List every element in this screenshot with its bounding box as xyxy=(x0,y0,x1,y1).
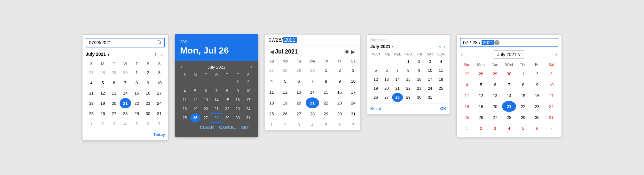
w4-day-cell[interactable]: 25 xyxy=(436,84,446,93)
w3-day-cell[interactable]: 8 xyxy=(319,76,333,87)
w2-day-cell[interactable]: 8 xyxy=(222,87,232,96)
w3-day-cell[interactable]: 12 xyxy=(279,87,292,97)
w5-day-cell[interactable]: 27 xyxy=(460,68,474,79)
widget2-clear-button[interactable]: CLEAR xyxy=(200,125,214,130)
w3-day-cell[interactable]: 3 xyxy=(292,119,306,130)
w1-day-cell[interactable]: 12 xyxy=(97,88,108,98)
w5-day-cell[interactable]: 29 xyxy=(516,112,530,123)
w3-day-cell[interactable]: 26 xyxy=(279,108,292,119)
w5-day-cell[interactable]: 11 xyxy=(460,90,474,101)
w1-day-cell[interactable]: 27 xyxy=(108,108,120,119)
w5-day-cell[interactable]: 31 xyxy=(544,112,558,123)
w5-day-cell[interactable]: 1 xyxy=(516,68,530,79)
w1-day-cell[interactable]: 6 xyxy=(142,119,153,129)
widget4-next-button[interactable]: › xyxy=(442,44,446,49)
w4-day-cell[interactable]: 31 xyxy=(425,93,436,102)
widget5-date-input[interactable]: 07 / 28 / 2021 ✕ xyxy=(460,38,558,47)
widget1-date-input[interactable]: 07/28/2021 🗓 xyxy=(86,38,165,47)
w5-day-cell[interactable]: 16 xyxy=(530,90,544,101)
w5-day-cell[interactable]: 29 xyxy=(488,68,502,79)
w1-day-cell[interactable]: 4 xyxy=(120,119,131,129)
w1-day-cell[interactable]: 25 xyxy=(86,108,97,119)
w4-day-cell[interactable]: 6 xyxy=(381,66,392,75)
w4-day-cell[interactable]: 7 xyxy=(392,66,403,75)
w3-day-cell[interactable]: 11 xyxy=(265,87,279,97)
w1-day-cell[interactable]: 2 xyxy=(97,119,108,129)
w3-day-cell[interactable]: 29 xyxy=(319,108,333,119)
w3-day-cell[interactable]: 24 xyxy=(346,97,360,108)
w3-day-cell[interactable]: 7 xyxy=(306,76,319,87)
widget4-reset-button[interactable]: Reset xyxy=(370,106,381,111)
w1-day-cell[interactable]: 15 xyxy=(131,88,142,98)
w5-day-cell[interactable]: 17 xyxy=(544,90,558,101)
w2-day-cell[interactable]: 27 xyxy=(200,113,211,122)
w4-day-cell[interactable]: 8 xyxy=(403,66,414,75)
w3-day-cell[interactable]: 30 xyxy=(333,108,347,119)
w3-day-cell[interactable]: 2 xyxy=(279,119,292,130)
w2-day-cell[interactable]: 7 xyxy=(211,87,222,96)
widget1-today-button[interactable]: Today xyxy=(153,132,165,137)
w1-day-cell[interactable]: 31 xyxy=(154,108,165,119)
w3-day-cell[interactable]: 15 xyxy=(319,87,333,97)
w5-day-cell[interactable]: 19 xyxy=(474,101,488,112)
w1-day-cell[interactable]: 5 xyxy=(131,119,142,129)
widget1-next-month-button[interactable]: ↓ xyxy=(159,51,165,58)
w5-day-cell[interactable]: 15 xyxy=(516,90,530,101)
w4-day-cell[interactable]: 18 xyxy=(436,75,446,84)
w2-day-cell[interactable]: 22 xyxy=(222,104,232,113)
w3-day-cell[interactable]: 29 xyxy=(292,65,306,76)
w3-day-cell[interactable]: 6 xyxy=(333,119,347,130)
w4-day-cell[interactable]: 9 xyxy=(414,66,425,75)
w3-day-cell[interactable]: 5 xyxy=(279,76,292,87)
w1-day-cell[interactable]: 1 xyxy=(131,67,142,78)
w1-day-cell[interactable]: 20 xyxy=(108,98,120,108)
w3-day-cell[interactable]: 21 xyxy=(306,97,319,108)
w2-day-cell[interactable]: 29 xyxy=(222,113,232,122)
w3-day-cell[interactable]: 4 xyxy=(265,76,279,87)
w5-day-cell[interactable]: 25 xyxy=(460,112,474,123)
w1-day-cell[interactable]: 27 xyxy=(86,67,97,78)
w1-day-cell[interactable]: 8 xyxy=(131,78,142,88)
w1-day-cell[interactable]: 7 xyxy=(120,78,131,88)
w5-day-cell[interactable]: 30 xyxy=(530,112,544,123)
w3-day-cell[interactable]: 2 xyxy=(333,65,347,76)
w4-day-cell[interactable]: 5 xyxy=(370,66,381,75)
w3-day-cell[interactable]: 28 xyxy=(279,65,292,76)
w2-day-cell[interactable]: 14 xyxy=(211,96,222,104)
w4-day-cell[interactable]: 19 xyxy=(370,84,381,93)
w2-day-cell[interactable]: 25 xyxy=(179,113,190,122)
w2-day-cell[interactable]: 3 xyxy=(243,78,254,87)
w3-day-cell[interactable]: 27 xyxy=(292,108,306,119)
w4-day-cell[interactable]: 16 xyxy=(414,75,425,84)
w2-day-cell[interactable]: 19 xyxy=(190,104,200,113)
w1-day-cell[interactable]: 3 xyxy=(154,67,165,78)
w5-day-cell[interactable]: 18 xyxy=(460,101,474,112)
w1-day-cell[interactable]: 23 xyxy=(142,98,153,108)
widget3-prev-month-button[interactable]: ◀ xyxy=(269,49,275,55)
widget2-prev-month-button[interactable]: ‹ xyxy=(179,64,184,70)
w5-day-cell[interactable]: 28 xyxy=(474,68,488,79)
w5-day-cell[interactable]: 7 xyxy=(502,79,516,90)
w3-day-cell[interactable]: 23 xyxy=(333,97,347,108)
w5-day-cell[interactable]: 24 xyxy=(544,101,558,112)
w2-day-cell[interactable]: 15 xyxy=(222,96,232,104)
w3-day-cell[interactable]: 5 xyxy=(319,119,333,130)
w4-day-cell[interactable]: 14 xyxy=(392,75,403,84)
w5-day-cell[interactable]: 28 xyxy=(502,112,516,123)
w2-day-cell[interactable]: 9 xyxy=(232,87,243,96)
w2-day-cell[interactable]: 1 xyxy=(222,78,232,87)
w3-day-cell[interactable]: 20 xyxy=(292,97,306,108)
w5-day-cell[interactable]: 13 xyxy=(488,90,502,101)
w3-day-cell[interactable]: 22 xyxy=(319,97,333,108)
w4-day-cell[interactable]: 30 xyxy=(414,93,425,102)
widget5-next-month-button[interactable]: › xyxy=(554,52,558,57)
w5-day-cell[interactable]: 5 xyxy=(516,123,530,134)
w5-day-cell[interactable]: 12 xyxy=(474,90,488,101)
w5-day-cell[interactable]: 27 xyxy=(488,112,502,123)
w4-day-cell[interactable]: 12 xyxy=(370,75,381,84)
widget4-prev-button[interactable]: ‹ xyxy=(438,44,442,49)
w3-day-cell[interactable]: 30 xyxy=(306,65,319,76)
w3-day-cell[interactable]: 25 xyxy=(265,108,279,119)
w2-day-cell[interactable]: 2 xyxy=(232,78,243,87)
w3-day-cell[interactable]: 19 xyxy=(279,97,292,108)
